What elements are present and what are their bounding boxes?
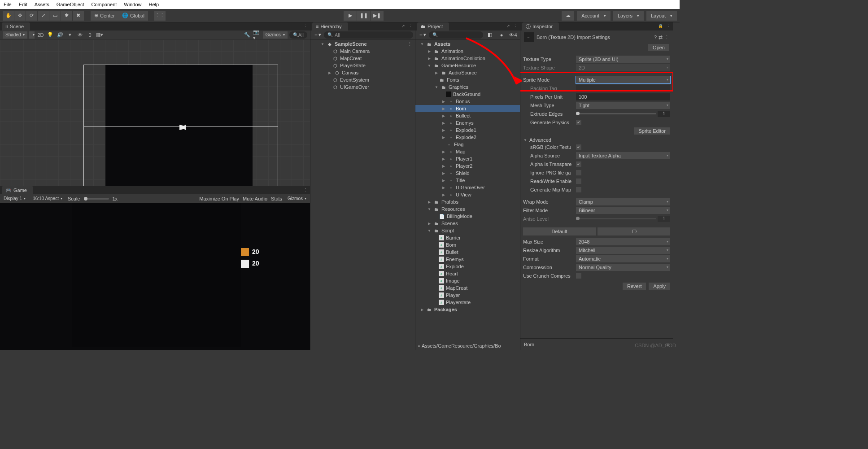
maxsize-select[interactable]: 2048 xyxy=(576,238,670,245)
fx-icon[interactable]: ▾ xyxy=(66,31,74,39)
hierarchy-item[interactable]: ⬡MapCreat xyxy=(310,55,415,62)
texture-type-select[interactable]: Sprite (2D and UI) xyxy=(576,56,670,63)
menu-file[interactable]: File xyxy=(4,2,12,7)
menu-help[interactable]: Help xyxy=(148,2,159,7)
scene-menu-icon[interactable]: ⋮ xyxy=(407,41,412,47)
hierarchy-item[interactable]: ⬡PlayerState xyxy=(310,62,415,69)
scale-slider[interactable] xyxy=(84,198,109,200)
more-icon[interactable]: ⋮ xyxy=(664,35,669,40)
filter-type-icon[interactable]: ◧ xyxy=(485,31,495,39)
pivot-toggle[interactable]: ⊕Center xyxy=(91,11,118,21)
tab-project[interactable]: 🖿Project xyxy=(417,22,449,31)
ignore-png-check[interactable] xyxy=(576,170,581,175)
asset-item[interactable]: ▶▫Explode1 xyxy=(415,126,520,134)
readwrite-check[interactable] xyxy=(576,179,581,184)
menu-gameobject[interactable]: GameObject xyxy=(57,2,84,7)
menu-window[interactable]: Window xyxy=(124,2,141,7)
shaded-dropdown[interactable]: Shaded xyxy=(3,31,27,39)
layers-dropdown[interactable]: Layers xyxy=(613,11,644,21)
project-pop-icon[interactable]: ↗ xyxy=(506,24,510,28)
apply-button[interactable]: Apply xyxy=(649,283,670,290)
script-item[interactable]: #Playerstate xyxy=(415,299,520,306)
resize-select[interactable]: Mitchell xyxy=(576,247,670,254)
custom-tool-icon[interactable]: ✖ xyxy=(73,11,84,21)
asset-item[interactable]: 📄BillingMode xyxy=(415,213,520,220)
inspector-menu-icon[interactable]: ⋮ xyxy=(666,24,671,30)
wrap-select[interactable]: Clamp xyxy=(576,198,670,205)
project-menu-icon[interactable]: ⋮ xyxy=(513,24,518,30)
menu-assets[interactable]: Assets xyxy=(35,2,49,7)
compression-select[interactable]: Normal Quality xyxy=(576,264,670,271)
open-button[interactable]: Open xyxy=(648,44,669,51)
gizmos-dropdown[interactable]: Gizmos xyxy=(263,31,288,39)
hierarchy-pop-icon[interactable]: ↗ xyxy=(401,24,405,28)
packages-root[interactable]: ▶🖿Packages xyxy=(415,306,520,313)
folder-item[interactable]: ▼🖿GameResource xyxy=(415,62,520,69)
folder-item[interactable]: 🖿Fonts xyxy=(415,76,520,83)
filter-label-icon[interactable]: ● xyxy=(497,31,506,39)
menu-edit[interactable]: Edit xyxy=(19,2,27,7)
inspector-lock-icon[interactable]: 🔒 xyxy=(658,24,663,28)
folder-item[interactable]: ▼🖿Graphics xyxy=(415,83,520,91)
rect-tool-icon[interactable]: ▭ xyxy=(49,11,61,21)
extrude-slider[interactable] xyxy=(576,113,656,114)
script-item[interactable]: #Player xyxy=(415,292,520,299)
scene-search[interactable]: 🔍 All xyxy=(289,31,307,39)
script-item[interactable]: #Barrier xyxy=(415,234,520,241)
project-search[interactable]: 🔍 xyxy=(429,31,483,39)
pause-button[interactable]: ❚❚ xyxy=(357,11,371,21)
asset-item[interactable]: ▶▫Player2 xyxy=(415,162,520,170)
grid-icon[interactable]: ▦▾ xyxy=(96,31,104,39)
lighting-icon[interactable]: 💡 xyxy=(46,31,54,39)
asset-item[interactable]: ▶▫UIView xyxy=(415,191,520,198)
alpha-trans-check[interactable]: ✓ xyxy=(576,161,581,167)
packing-tag-input[interactable] xyxy=(576,85,670,92)
step-button[interactable]: ▶❚ xyxy=(371,11,384,21)
play-button[interactable]: ▶ xyxy=(344,11,357,21)
script-item[interactable]: #Heart xyxy=(415,270,520,277)
mesh-type-select[interactable]: Tight xyxy=(576,102,670,109)
asset-item[interactable]: BackGround xyxy=(415,91,520,98)
script-item[interactable]: #Enemys xyxy=(415,256,520,263)
asset-item[interactable]: ▶▫Title xyxy=(415,177,520,184)
asset-item[interactable]: ▶▫Enemys xyxy=(415,119,520,126)
gen-physics-check[interactable]: ✓ xyxy=(576,120,581,125)
display-dropdown[interactable]: Display 1 xyxy=(2,196,27,201)
script-item[interactable]: #MapCreat xyxy=(415,284,520,292)
crunch-check[interactable] xyxy=(576,273,581,279)
project-add-icon[interactable]: ＋▾ xyxy=(417,31,427,39)
aspect-dropdown[interactable]: 16:10 Aspect xyxy=(31,196,64,201)
folder-item[interactable]: ▶🖿Scenes xyxy=(415,220,520,227)
hidden-icon[interactable]: 👁4 xyxy=(508,31,518,39)
mute-audio[interactable]: Mute Audio xyxy=(243,196,267,201)
account-dropdown[interactable]: Account xyxy=(577,11,611,21)
sprite-editor-button[interactable]: Sprite Editor xyxy=(634,127,670,135)
alpha-src-select[interactable]: Input Texture Alpha xyxy=(576,152,670,159)
tools-icon[interactable]: 🔧 xyxy=(243,31,251,39)
move-tool-icon[interactable]: ✥ xyxy=(14,11,26,21)
scene-root[interactable]: ▼◆SampleScene⋮ xyxy=(310,40,415,48)
folder-item[interactable]: ▶🖿AnimationConllotion xyxy=(415,55,520,62)
asset-item[interactable]: ▶▫Shield xyxy=(415,170,520,177)
space-toggle[interactable]: 🌐Global xyxy=(118,11,148,21)
cloud-icon[interactable]: ☁ xyxy=(562,11,574,21)
asset-item[interactable]: ▶▫Map xyxy=(415,148,520,155)
menu-component[interactable]: Component xyxy=(91,2,117,7)
maximize-on-play[interactable]: Maximize On Play xyxy=(199,196,239,201)
folder-item[interactable]: ▶🖿Prafabs xyxy=(415,198,520,205)
transform-tool-icon[interactable]: ✱ xyxy=(61,11,73,21)
scene-tab-menu-icon[interactable]: ⋮ xyxy=(303,24,308,30)
game-viewport[interactable]: 20 20 xyxy=(0,203,310,350)
asset-item[interactable]: ▶▫Bonus xyxy=(415,98,520,105)
extrude-value[interactable]: 1 xyxy=(658,111,670,117)
game-tab-menu-icon[interactable]: ⋮ xyxy=(303,187,308,193)
script-item[interactable]: #Image xyxy=(415,277,520,284)
scene-viewport[interactable] xyxy=(0,39,310,186)
mipmap-check[interactable] xyxy=(576,187,581,192)
hidden-icon[interactable]: 👁 xyxy=(76,31,84,39)
camera-icon[interactable]: 📷▾ xyxy=(253,31,261,39)
asset-item-selected[interactable]: ▶▫Born xyxy=(415,105,520,112)
platform-standalone-tab[interactable]: 🖵 xyxy=(598,227,670,235)
filter-select[interactable]: Bilinear xyxy=(576,207,670,214)
2d-toggle[interactable]: 2D xyxy=(36,31,44,39)
